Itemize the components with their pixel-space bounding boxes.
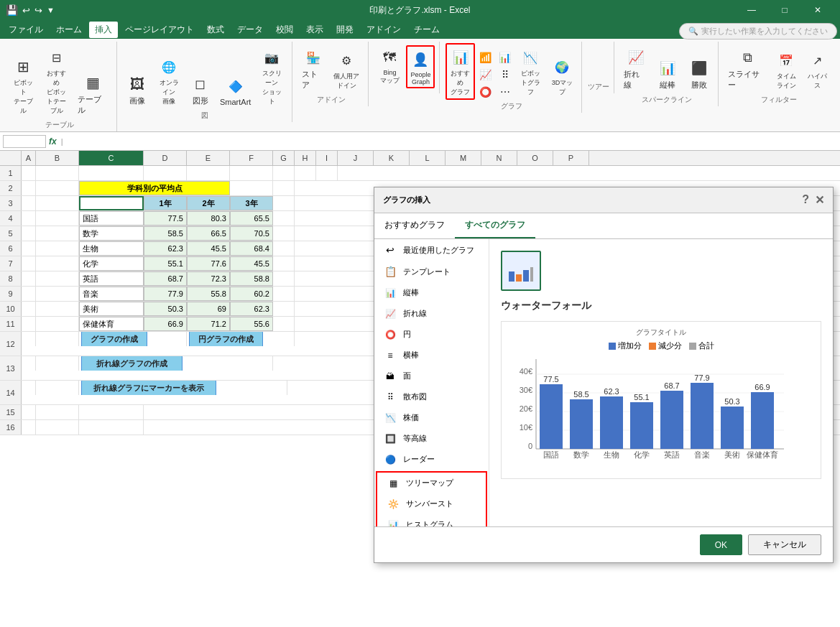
row-header-14[interactable]: 14 [0, 381, 22, 404]
sidebar-area[interactable]: 🏔 面 [374, 366, 489, 386]
cell-g8[interactable] [273, 271, 295, 286]
cell-c7[interactable]: 化学 [79, 256, 144, 271]
col-header-n[interactable]: N [481, 151, 517, 165]
cell-macro1[interactable]: グラフの作成 [79, 332, 187, 346]
cell-e6[interactable]: 45.5 [187, 241, 230, 256]
cell-a14[interactable] [22, 381, 36, 395]
cell-a6[interactable] [22, 241, 36, 256]
waterfall-type-icon[interactable] [501, 251, 541, 291]
bing-map-button[interactable]: 🗺 Bingマップ [374, 43, 405, 88]
row-header-7[interactable]: 7 [0, 256, 22, 271]
cell-b14[interactable] [36, 381, 79, 395]
scatter-chart-button[interactable]: ⠿ [496, 67, 514, 83]
sidebar-pie[interactable]: ⭕ 円 [374, 324, 489, 345]
sidebar-sunburst[interactable]: 🔆 サンバースト [377, 493, 486, 514]
col-header-l[interactable]: L [410, 151, 446, 165]
col-header-i[interactable]: I [316, 151, 338, 165]
cell-i1[interactable] [316, 166, 338, 180]
insert-chart-dialog[interactable]: グラフの挿入 ? ✕ おすすめグラフ すべてのグラフ ↩ 最近使用したグラフ 📋… [374, 187, 834, 563]
table-button[interactable]: ▦ テーブル [74, 68, 112, 119]
recommended-pivot-button[interactable]: ⊟ おすすめピボットテーブル [41, 43, 73, 119]
menu-data[interactable]: データ [231, 22, 269, 38]
menu-insert[interactable]: 挿入 [89, 22, 118, 38]
pivot-table-button[interactable]: ⊞ ピボットテーブル [7, 52, 40, 119]
store-button[interactable]: 🏪 ストア [298, 43, 328, 93]
sidebar-bar[interactable]: 📊 縦棒 [374, 282, 489, 303]
cell-d4[interactable]: 77.5 [144, 211, 187, 226]
cell-d7[interactable]: 55.1 [144, 256, 187, 271]
sidebar-radar[interactable]: 🔵 レーダー [374, 449, 489, 470]
cell-b5[interactable] [36, 226, 79, 241]
cell-g6[interactable] [273, 241, 295, 256]
cell-b11[interactable] [36, 317, 79, 331]
cell-b1[interactable] [36, 166, 79, 180]
cell-d9[interactable]: 77.9 [144, 287, 187, 301]
row-header-3[interactable]: 3 [0, 196, 22, 210]
row-header-15[interactable]: 15 [0, 405, 22, 419]
cell-d8[interactable]: 68.7 [144, 271, 187, 286]
sidebar-surface[interactable]: 🔲 等高線 [374, 428, 489, 449]
bar-chart-button[interactable]: 📊 [496, 50, 514, 65]
cell-a13[interactable] [22, 356, 36, 371]
col-header-h[interactable]: H [295, 151, 316, 165]
cell-d1[interactable] [144, 166, 187, 180]
row-header-5[interactable]: 5 [0, 226, 22, 241]
col-header-d[interactable]: D [144, 151, 187, 165]
cancel-button[interactable]: キャンセル [748, 534, 821, 555]
cell-g3[interactable] [273, 196, 295, 210]
cell-g5[interactable] [273, 226, 295, 241]
cell-a3[interactable] [22, 196, 36, 210]
cell-c1[interactable] [79, 166, 144, 180]
tab-all-charts[interactable]: すべてのグラフ [455, 213, 535, 238]
win-spark-button[interactable]: ⬛ 勝敗 [684, 54, 714, 93]
sidebar-recent[interactable]: ↩ 最近使用したグラフ [374, 239, 489, 261]
cell-d6[interactable]: 62.3 [144, 241, 187, 256]
recommended-chart-button[interactable]: 📊 おすすめグラフ [446, 43, 475, 100]
sidebar-template[interactable]: 📋 テンプレート [374, 261, 489, 282]
row-header-6[interactable]: 6 [0, 241, 22, 256]
cell-e7[interactable]: 77.6 [187, 256, 230, 271]
cell-a2[interactable] [22, 181, 36, 195]
sidebar-line[interactable]: 📈 折れ線 [374, 303, 489, 324]
cell-b7[interactable] [36, 256, 79, 271]
cell-g4[interactable] [273, 211, 295, 226]
cell-f9[interactable]: 60.2 [230, 287, 273, 301]
sidebar-histogram[interactable]: 📊 ヒストグラム [377, 514, 486, 526]
cell-a4[interactable] [22, 211, 36, 226]
menu-review[interactable]: 校閲 [270, 22, 299, 38]
cell-d10[interactable]: 50.3 [144, 302, 187, 316]
cell-e1[interactable] [187, 166, 230, 180]
cell-b16[interactable] [36, 420, 79, 435]
menu-formulas[interactable]: 数式 [201, 22, 230, 38]
make-line-marker-button[interactable]: 折れ線グラフにマーカーを表示 [81, 381, 216, 395]
menu-view[interactable]: 表示 [300, 22, 329, 38]
cell-a1[interactable] [22, 166, 36, 180]
col-header-e[interactable]: E [187, 151, 230, 165]
row-header-9[interactable]: 9 [0, 287, 22, 301]
cell-h1[interactable] [295, 166, 316, 180]
menu-page-layout[interactable]: ページレイアウト [119, 22, 200, 38]
row-header-8[interactable]: 8 [0, 271, 22, 286]
sidebar-treemap[interactable]: ▦ ツリーマップ [377, 473, 486, 493]
row-header-16[interactable]: 16 [0, 420, 22, 435]
menu-dev[interactable]: 開発 [331, 22, 359, 38]
row-header-13[interactable]: 13 [0, 356, 22, 380]
dialog-close-button[interactable]: ✕ [815, 193, 824, 207]
cell-d11[interactable]: 66.9 [144, 317, 187, 331]
timeline-button[interactable]: 📅 タイムライン [772, 46, 801, 93]
cell-e5[interactable]: 66.5 [187, 226, 230, 241]
cell-c15[interactable] [79, 405, 144, 419]
col-header-j[interactable]: J [338, 151, 374, 165]
cell-c5[interactable]: 数学 [79, 226, 144, 241]
map-3d-button[interactable]: 🌍 3Dマップ [547, 52, 577, 100]
cell-b12[interactable] [36, 332, 79, 346]
cell-b9[interactable] [36, 287, 79, 301]
cell-a9[interactable] [22, 287, 36, 301]
col-chart-button[interactable]: 📶 [476, 50, 494, 65]
cell-a5[interactable] [22, 226, 36, 241]
cell-e11[interactable]: 71.2 [187, 317, 230, 331]
col-header-b[interactable]: B [36, 151, 79, 165]
menu-team[interactable]: チーム [408, 22, 446, 38]
cell-b4[interactable] [36, 211, 79, 226]
row-header-1[interactable]: 1 [0, 166, 22, 180]
